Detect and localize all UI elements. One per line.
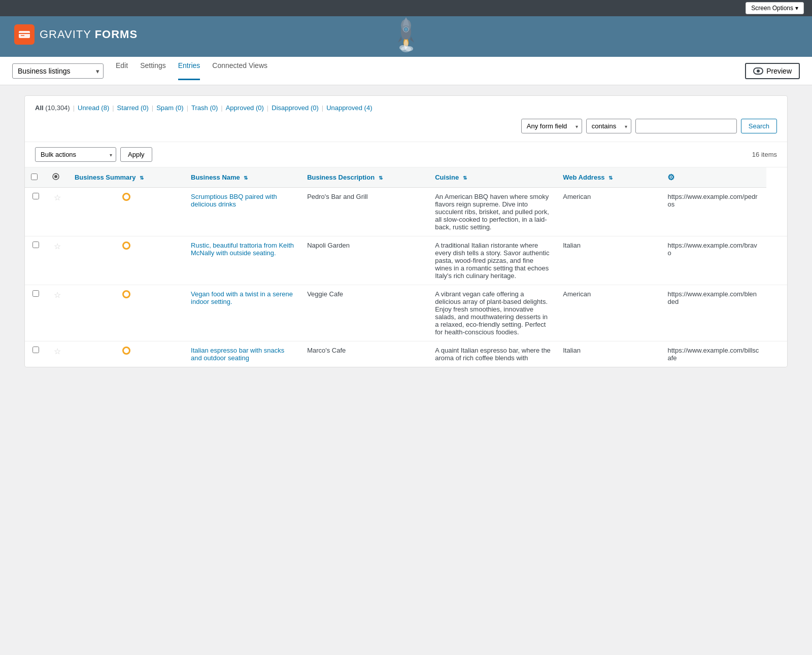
star-header bbox=[46, 167, 69, 188]
row-name-cell-0: Pedro's Bar and Grill bbox=[301, 188, 429, 236]
entry-description-3: A quaint Italian espresso bar, where the… bbox=[435, 347, 551, 362]
filter-all-label: All (10,304) bbox=[35, 104, 70, 112]
row-indicator-cell-1 bbox=[69, 236, 185, 285]
filter-unapproved[interactable]: Unapproved (4) bbox=[326, 104, 372, 112]
entry-indicator-3 bbox=[122, 347, 130, 355]
cuisine-header[interactable]: Cuisine ⇅ bbox=[429, 167, 557, 188]
preview-button[interactable]: Preview bbox=[745, 63, 800, 79]
row-checkbox-cell-3 bbox=[25, 341, 46, 367]
nav-link-edit[interactable]: Edit bbox=[116, 61, 128, 80]
gf-logo: GRAVITY FORMS bbox=[6, 24, 146, 45]
nav-bar: Business listings ▾ Edit Settings Entrie… bbox=[0, 57, 812, 85]
entry-cuisine-0: American bbox=[563, 193, 591, 200]
filter-disapproved[interactable]: Disapproved (0) bbox=[272, 104, 319, 112]
filter-approved[interactable]: Approved (0) bbox=[226, 104, 264, 112]
row-checkbox-0[interactable] bbox=[32, 193, 39, 199]
bulk-actions-select[interactable]: Bulk actions bbox=[35, 147, 116, 162]
entry-name-0: Pedro's Bar and Grill bbox=[307, 193, 368, 200]
row-summary-cell-0: Scrumptious BBQ paired with delicious dr… bbox=[185, 188, 301, 236]
row-name-cell-3: Marco's Cafe bbox=[301, 341, 429, 367]
row-name-cell-1: Napoli Garden bbox=[301, 236, 429, 285]
filter-trash[interactable]: Trash (0) bbox=[191, 104, 218, 112]
entry-web-3: https://www.example.com/billscafe bbox=[667, 347, 759, 362]
business-summary-header[interactable]: Business Summary ⇅ bbox=[69, 167, 185, 188]
apply-button[interactable]: Apply bbox=[120, 147, 152, 162]
entry-web-2: https://www.example.com/blended bbox=[667, 290, 757, 305]
filter-unread[interactable]: Unread (8) bbox=[78, 104, 109, 112]
row-checkbox-cell-2 bbox=[25, 285, 46, 341]
row-web-cell-1: https://www.example.com/bravo bbox=[661, 236, 766, 285]
form-select[interactable]: Business listings bbox=[12, 63, 104, 79]
entry-summary-link-0[interactable]: Scrumptious BBQ paired with delicious dr… bbox=[191, 193, 277, 208]
search-input[interactable] bbox=[635, 119, 737, 133]
filter-links: All (10,304) | Unread (8) | Starred (0) … bbox=[35, 104, 777, 112]
row-gear-cell-0 bbox=[766, 188, 787, 236]
filter-spam[interactable]: Spam (0) bbox=[156, 104, 183, 112]
row-checkbox-cell-0 bbox=[25, 188, 46, 236]
row-checkbox-2[interactable] bbox=[32, 290, 39, 297]
screen-options-button[interactable]: Screen Options ▾ bbox=[746, 2, 804, 14]
nav-link-connected-views[interactable]: Connected Views bbox=[212, 61, 267, 80]
svg-point-14 bbox=[54, 175, 57, 178]
row-indicator-cell-3 bbox=[69, 341, 185, 367]
web-address-header[interactable]: Web Address ⇅ bbox=[557, 167, 661, 188]
business-name-header[interactable]: Business Name ⇅ bbox=[185, 167, 301, 188]
entry-web-1: https://www.example.com/bravo bbox=[667, 242, 757, 257]
svg-point-6 bbox=[404, 28, 408, 31]
row-web-cell-0: https://www.example.com/pedros bbox=[661, 188, 766, 236]
row-desc-cell-2: A vibrant vegan cafe offering a deliciou… bbox=[429, 285, 557, 341]
svg-rect-0 bbox=[19, 31, 30, 38]
gear-icon[interactable]: ⚙ bbox=[667, 173, 674, 182]
star-icon-3[interactable]: ☆ bbox=[54, 347, 61, 356]
summary-sort-icon: ⇅ bbox=[140, 175, 144, 181]
row-checkbox-cell-1 bbox=[25, 236, 46, 285]
row-summary-cell-2: Vegan food with a twist in a serene indo… bbox=[185, 285, 301, 341]
entry-description-1: A traditional Italian ristorante where e… bbox=[435, 242, 549, 280]
entry-cuisine-1: Italian bbox=[563, 242, 581, 249]
cuisine-sort-icon: ⇅ bbox=[463, 175, 467, 181]
entry-indicator-1 bbox=[122, 242, 130, 250]
select-all-checkbox[interactable] bbox=[31, 174, 38, 180]
row-checkbox-1[interactable] bbox=[32, 242, 39, 248]
field-select-wrap[interactable]: Any form field ▾ bbox=[521, 119, 582, 133]
entry-summary-link-3[interactable]: Italian espresso bar with snacks and out… bbox=[191, 347, 284, 362]
table-row: ☆ Vegan food with a twist in a serene in… bbox=[25, 285, 787, 341]
bulk-select-wrap[interactable]: Bulk actions ▾ bbox=[35, 147, 116, 162]
gear-header: ⚙ bbox=[661, 167, 766, 188]
filter-all-count: (10,304) bbox=[45, 104, 70, 112]
entry-name-3: Marco's Cafe bbox=[307, 347, 346, 354]
web-sort-icon: ⇅ bbox=[608, 175, 613, 181]
preview-icon bbox=[753, 67, 763, 75]
row-cuisine-cell-3: Italian bbox=[557, 341, 661, 367]
condition-select-wrap[interactable]: contains ▾ bbox=[586, 119, 631, 133]
row-cuisine-cell-0: American bbox=[557, 188, 661, 236]
star-icon-1[interactable]: ☆ bbox=[54, 242, 61, 251]
nav-link-entries[interactable]: Entries bbox=[178, 61, 200, 80]
gf-logo-text: GRAVITY FORMS bbox=[40, 28, 138, 41]
form-select-wrap[interactable]: Business listings ▾ bbox=[12, 63, 104, 79]
entry-summary-link-2[interactable]: Vegan food with a twist in a serene indo… bbox=[191, 290, 293, 305]
filter-bar: All (10,304) | Unread (8) | Starred (0) … bbox=[25, 96, 787, 142]
star-icon-2[interactable]: ☆ bbox=[54, 291, 61, 299]
table-row: ☆ Italian espresso bar with snacks and o… bbox=[25, 341, 787, 367]
row-checkbox-3[interactable] bbox=[32, 347, 39, 353]
row-star-cell-0: ☆ bbox=[46, 188, 69, 236]
row-indicator-cell-0 bbox=[69, 188, 185, 236]
row-cuisine-cell-1: Italian bbox=[557, 236, 661, 285]
table-row: ☆ Scrumptious BBQ paired with delicious … bbox=[25, 188, 787, 236]
nav-link-settings[interactable]: Settings bbox=[140, 61, 166, 80]
field-select[interactable]: Any form field bbox=[521, 119, 582, 133]
star-icon-0[interactable]: ☆ bbox=[54, 193, 61, 202]
row-summary-cell-1: Rustic, beautiful trattoria from Keith M… bbox=[185, 236, 301, 285]
row-gear-cell-3 bbox=[766, 341, 787, 367]
condition-select[interactable]: contains bbox=[586, 119, 631, 133]
filter-starred[interactable]: Starred (0) bbox=[117, 104, 149, 112]
filter-all-text: All bbox=[35, 104, 44, 112]
entry-indicator-0 bbox=[122, 193, 130, 201]
bulk-actions-row: Bulk actions ▾ Apply 16 items bbox=[25, 142, 787, 167]
entry-summary-link-1[interactable]: Rustic, beautiful trattoria from Keith M… bbox=[191, 242, 294, 257]
entry-description-2: A vibrant vegan cafe offering a deliciou… bbox=[435, 290, 548, 336]
row-indicator-cell-2 bbox=[69, 285, 185, 341]
business-description-header[interactable]: Business Description ⇅ bbox=[301, 167, 429, 188]
search-button[interactable]: Search bbox=[741, 119, 777, 133]
